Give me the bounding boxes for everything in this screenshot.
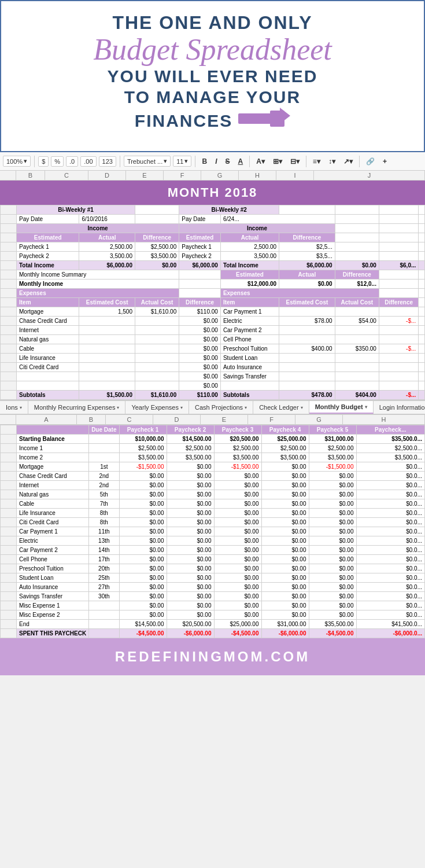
- cash-projections-container: A B C D E F G H Due Date Paycheck 1 Payc…: [0, 415, 425, 638]
- tab-monthly-recurring[interactable]: Monthly Recurring Expenses ▾: [28, 401, 126, 414]
- toolbar-sep5: [306, 156, 306, 167]
- tab-check-ledger[interactable]: Check Ledger ▾: [253, 401, 309, 414]
- cp-cable-row: Cable 7th $0.00 $0.00 $0.00 $0.00 $0.00 …: [1, 499, 425, 509]
- cp-misc2-row: Misc Expense 2 $0.00 $0.00 $0.00 $0.00 $…: [1, 610, 425, 620]
- align-button[interactable]: ≡▾: [310, 156, 323, 167]
- cp-preschool-row: Preschool Tuition 20th $0.00 $0.00 $0.00…: [1, 564, 425, 573]
- starting-balance-label: Starting Balance: [17, 435, 89, 444]
- merge-button[interactable]: ⊟▾: [287, 156, 302, 167]
- borders-button[interactable]: ⊞▾: [270, 156, 285, 167]
- format123-btn[interactable]: 123: [99, 156, 116, 167]
- toolbar-sep2: [120, 156, 120, 167]
- tab-monthly-budget-label: Monthly Budget: [315, 403, 363, 410]
- header-line5-text: FINANCES: [135, 111, 232, 131]
- tab-cash-projections-chevron: ▾: [245, 405, 247, 410]
- cp-paycheck4-header: Paycheck 4: [261, 425, 309, 435]
- tab-monthly-budget-chevron: ▾: [365, 404, 367, 410]
- font-name: Trebuchet ...: [127, 158, 162, 165]
- month-header: MONTH 2018: [0, 181, 425, 205]
- col-h-header: H: [239, 171, 276, 180]
- biweekly-table: Bi-Weekly #1 Bi-Weekly #2 Pay Date 6/10/…: [0, 205, 425, 400]
- font-size[interactable]: 11 ▾: [173, 156, 191, 167]
- col-b-header: B: [16, 171, 45, 180]
- cp-col-c: C: [106, 415, 153, 424]
- col-g-header: G: [201, 171, 239, 180]
- rotate-button[interactable]: ↗▾: [341, 156, 356, 167]
- extra-row2: $0.00: [1, 381, 425, 391]
- tab-cash-projections-label: Cash Projections: [195, 404, 243, 411]
- font-size-value: 11: [176, 158, 183, 165]
- cp-internet-row: Internet 2nd $0.00 $0.00 $0.00 $0.00 $0.…: [1, 481, 425, 490]
- naturalgas-row: Natural gas $0.00 Cell Phone: [1, 335, 425, 344]
- header-line2: Budget Spreadsheet: [19, 33, 406, 66]
- header-script: Budget Spreadsheet: [19, 33, 406, 66]
- cp-citi-row: Citi Credit Card 8th $0.00 $0.00 $0.00 $…: [1, 518, 425, 527]
- zoom-control[interactable]: 100% ▾: [3, 156, 31, 167]
- tab-ions[interactable]: Ions ▾: [0, 401, 28, 414]
- tab-login-information-label: Login Information: [379, 404, 425, 411]
- cp-savings-row: Savings Transfer 30th $0.00 $0.00 $0.00 …: [1, 592, 425, 601]
- cp-chase-row: Chase Credit Card 2nd $0.00 $0.00 $0.00 …: [1, 472, 425, 481]
- tab-yearly[interactable]: Yearly Expenses ▾: [125, 401, 189, 414]
- font-chevron: ▾: [164, 157, 167, 165]
- subtotals-row: Subtotals $1,500.00 $1,610.00 $110.00 Su…: [1, 391, 425, 400]
- income2-row: Income 2 $3,500.00 $3,500.00 $3,500.00 $…: [1, 453, 425, 462]
- toolbar-sep3: [195, 156, 195, 167]
- svg-rect-0: [238, 113, 273, 124]
- biweekly1-label: Bi-Weekly #1: [17, 205, 135, 215]
- row-num-header: [0, 171, 16, 180]
- link-button[interactable]: 🔗: [363, 156, 378, 167]
- cp-col-g: G: [295, 415, 343, 424]
- percent-btn[interactable]: %: [51, 156, 64, 167]
- monthly-income-summary-row: Monthly Income Summary Estimated Actual …: [1, 270, 425, 279]
- tab-yearly-chevron: ▾: [180, 405, 183, 410]
- tab-login-information[interactable]: Login Information ▾: [374, 401, 425, 414]
- underline-button[interactable]: A: [235, 156, 246, 167]
- tab-monthly-recurring-label: Monthly Recurring Expenses: [34, 404, 116, 411]
- tab-monthly-budget[interactable]: Monthly Budget ▾: [309, 401, 374, 414]
- col-d-header: D: [88, 171, 126, 180]
- cp-col-b: B: [77, 415, 106, 424]
- cp-paycheck3-header: Paycheck 3: [214, 425, 261, 435]
- toolbar-sep6: [359, 156, 360, 167]
- biweekly2-label: Bi-Weekly #2: [179, 205, 279, 215]
- cp-studentloan-row: Student Loan 25th $0.00 $0.00 $0.00 $0.0…: [1, 573, 425, 583]
- cp-col-h: H: [343, 415, 425, 424]
- cp-paycheck5-header: Paycheck 5: [309, 425, 356, 435]
- toolbar-sep4: [249, 156, 250, 167]
- col-c-header: C: [45, 171, 88, 180]
- comment-button[interactable]: +: [380, 156, 390, 167]
- cp-row-num: [0, 415, 16, 424]
- cp-col-d: D: [153, 415, 201, 424]
- decimal2-btn[interactable]: .00: [80, 156, 96, 167]
- cp-duedate-header: Due Date: [89, 425, 119, 435]
- zoom-chevron: ▾: [24, 157, 27, 165]
- header-line5: FINANCES: [19, 108, 406, 134]
- cp-lifeins-row: Life Insurance 8th $0.00 $0.00 $0.00 $0.…: [1, 509, 425, 518]
- svg-marker-2: [280, 108, 290, 124]
- tab-monthly-recurring-chevron: ▾: [117, 405, 119, 410]
- bold-button[interactable]: B: [199, 156, 210, 167]
- decimal1-btn[interactable]: .0: [66, 156, 78, 167]
- cp-electric-row: Electric 13th $0.00 $0.00 $0.00 $0.00 $0…: [1, 536, 425, 546]
- internet-row: Internet $0.00 Car Payment 2: [1, 326, 425, 335]
- header-banner: THE ONE AND ONLY Budget Spreadsheet YOU …: [0, 0, 425, 152]
- col-headers-row: B C D E F G H I J: [0, 171, 425, 181]
- cp-naturalgas-row: Natural gas 5th $0.00 $0.00 $0.00 $0.00 …: [1, 490, 425, 499]
- currency-btn[interactable]: $: [38, 156, 49, 167]
- tab-yearly-label: Yearly Expenses: [131, 404, 179, 411]
- cp-col-f: F: [248, 415, 295, 424]
- col-i-header: I: [276, 171, 314, 180]
- wrap-button[interactable]: ↕▾: [326, 156, 338, 167]
- footer-text: REDEFININGMOM.COM: [115, 649, 310, 664]
- font-size-chevron: ▾: [184, 157, 188, 165]
- cp-end-row: End $14,500.00 $20,500.00 $25,000.00 $31…: [1, 620, 425, 629]
- tab-cash-projections[interactable]: Cash Projections ▾: [189, 401, 253, 414]
- strikethrough-button[interactable]: S: [223, 156, 233, 167]
- italic-button[interactable]: I: [212, 156, 220, 167]
- footer: REDEFININGMOM.COM: [0, 638, 425, 675]
- spreadsheet-top: B C D E F G H I J MONTH 2018 Bi-Weekly #…: [0, 171, 425, 400]
- font-selector[interactable]: Trebuchet ... ▾: [124, 156, 171, 167]
- fill-color-button[interactable]: A▾: [253, 156, 268, 167]
- lifeins-row: Life Insurance $0.00 Student Loan: [1, 354, 425, 363]
